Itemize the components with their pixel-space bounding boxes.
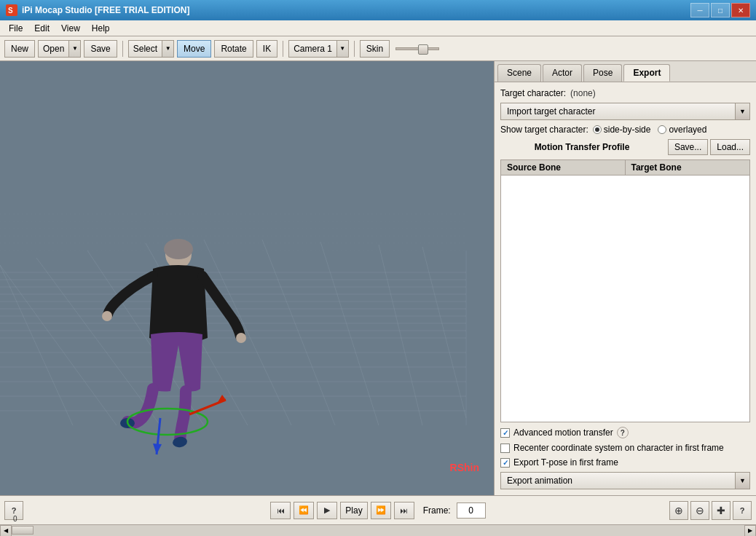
slider-track[interactable] [395,47,439,50]
camera-label[interactable]: Camera 1 [289,44,336,54]
radio-overlayed-dot[interactable] [658,125,666,134]
select-dropdown[interactable]: Select ▼ [128,40,174,58]
import-target-dropdown[interactable]: Import target character ▼ [500,103,750,120]
controls-bar: ? ⏮ ⏪ ▶ Play ⏩ ⏭ Frame: 0 ⊕ ⊖ ✚ ? [0,495,756,524]
target-character-value: (none) [570,88,596,98]
zoom-in-button[interactable]: ⊕ [669,501,688,520]
sep2 [283,41,283,57]
motion-transfer-label: Motion Transfer Profile [500,139,664,155]
open-arrow[interactable]: ▼ [68,41,80,57]
timeline-left-arrow[interactable]: ◀ [0,525,12,537]
close-button[interactable]: ✕ [731,3,750,17]
new-button[interactable]: New [4,40,35,58]
window-controls: ─ □ ✕ [690,3,750,17]
export-anim-label: Export animation [501,476,735,486]
skip-end-button[interactable]: ⏭ [394,502,414,519]
tab-actor[interactable]: Actor [543,64,582,82]
open-label[interactable]: Open [39,44,68,54]
target-character-label: Target character: [500,88,566,98]
next-frame-button[interactable]: ⏩ [371,502,391,519]
select-label[interactable]: Select [129,44,162,54]
sep1 [122,41,123,57]
help-button[interactable]: ? [733,501,752,520]
show-target-label: Show target character: [500,125,588,135]
timeline-scroll-track[interactable]: 0 [12,525,744,536]
motion-transfer-row: Motion Transfer Profile Save... Load... [500,139,750,155]
radio-side-by-side[interactable]: side-by-side [593,125,651,135]
svg-point-38 [236,333,246,343]
open-dropdown[interactable]: Open ▼ [38,40,81,58]
svg-point-36 [164,239,193,259]
import-target-label: Import target character [501,106,735,117]
target-bone-header: Target Bone [626,160,750,175]
svg-text:S: S [8,7,13,15]
camera-arrow[interactable]: ▼ [336,41,348,57]
save-profile-button[interactable]: Save... [668,139,708,155]
main-area: RShin Scene Actor Pose Export Target cha… [0,61,756,495]
bone-table: Source Bone Target Bone [500,159,750,422]
menu-bar: File Edit View Help [0,20,756,36]
show-target-radio-group: side-by-side overlayed [593,125,707,135]
zoom-out-button[interactable]: ⊖ [690,501,709,520]
skin-button[interactable]: Skin [360,40,390,58]
char-label: RShin [450,462,479,473]
advanced-motion-checkbox[interactable] [500,428,510,438]
slider-container [395,47,439,50]
export-anim-arrow[interactable]: ▼ [735,473,749,489]
slider-thumb[interactable] [418,44,428,55]
sep3 [354,41,355,57]
play-button[interactable]: ▶ [317,502,337,519]
advanced-motion-row: Advanced motion transfer ? [500,427,750,438]
ik-button[interactable]: IK [256,40,277,58]
window-title: iPi Mocap Studio [FREE TRIAL EDITION] [22,5,690,15]
tab-pose[interactable]: Pose [583,64,622,82]
recenter-label: Recenter coordinate system on character … [513,443,724,453]
rotate-button[interactable]: Rotate [214,40,253,58]
target-character-row: Target character: (none) [500,88,750,98]
menu-edit[interactable]: Edit [28,22,55,35]
radio-side-by-side-dot[interactable] [593,125,602,134]
menu-help[interactable]: Help [86,22,116,35]
export-panel: Target character: (none) Import target c… [495,82,756,495]
radio-overlayed[interactable]: overlayed [658,125,706,135]
right-panel: Scene Actor Pose Export Target character… [494,61,756,495]
frame-label: Frame: [423,505,451,516]
tab-bar: Scene Actor Pose Export [495,61,756,82]
radio-side-by-side-label: side-by-side [604,125,651,135]
bone-table-header: Source Bone Target Bone [501,160,749,176]
timeline-zero-label: 0 [13,515,17,523]
tab-export[interactable]: Export [623,64,670,82]
save-button[interactable]: Save [84,40,117,58]
menu-file[interactable]: File [3,22,28,35]
select-arrow[interactable]: ▼ [162,41,173,57]
minimize-button[interactable]: ─ [690,3,709,17]
play-label-button[interactable]: Play [340,502,367,519]
app-icon: S [6,4,17,16]
recenter-checkbox[interactable] [500,444,510,453]
frame-value[interactable]: 0 [457,502,486,519]
load-profile-button[interactable]: Load... [710,139,750,155]
import-target-arrow[interactable]: ▼ [735,103,749,119]
prev-frame-button[interactable]: ⏪ [294,502,314,519]
svg-point-37 [102,311,112,321]
maximize-button[interactable]: □ [711,3,730,17]
advanced-motion-help-icon[interactable]: ? [617,427,629,438]
export-tpose-checkbox[interactable] [500,458,510,468]
export-tpose-label: Export T-pose in first frame [513,457,618,468]
advanced-motion-label: Advanced motion transfer [513,427,613,438]
viewport-grid [0,61,494,495]
viewport[interactable]: RShin [0,61,494,495]
move-button[interactable]: Move [177,40,211,58]
export-tpose-row: Export T-pose in first frame [500,457,750,468]
source-bone-header: Source Bone [501,160,626,175]
radio-overlayed-label: overlayed [669,125,706,135]
skip-start-button[interactable]: ⏮ [270,502,291,519]
menu-view[interactable]: View [55,22,86,35]
svg-rect-2 [0,61,494,495]
tab-scene[interactable]: Scene [497,64,541,82]
add-marker-button[interactable]: ✚ [712,501,731,520]
camera-dropdown[interactable]: Camera 1 ▼ [288,40,349,58]
timeline-right-arrow[interactable]: ▶ [744,525,756,537]
timeline-scroll-thumb[interactable] [12,526,34,535]
export-anim-dropdown[interactable]: Export animation ▼ [500,472,750,489]
